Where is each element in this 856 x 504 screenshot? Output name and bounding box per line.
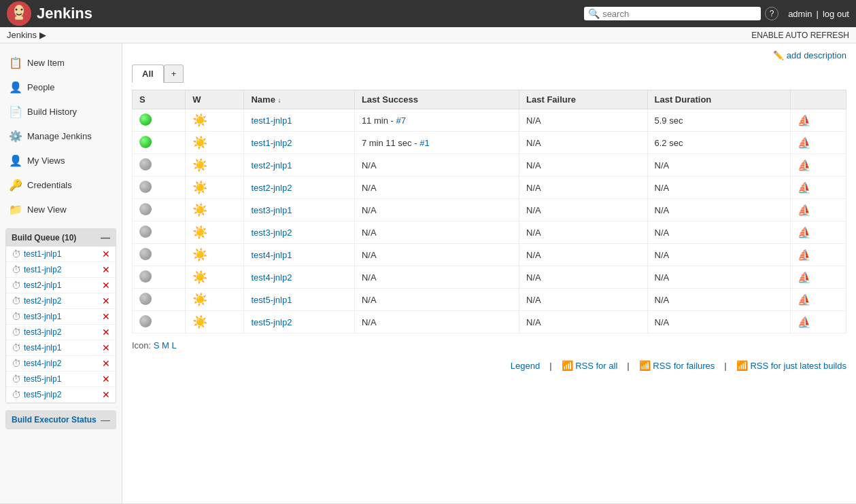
build-queue-header[interactable]: Build Queue (10) — [6,229,116,247]
sidebar-item-people[interactable]: 👤 People [0,75,122,99]
row-rss-icon[interactable]: ⛵ [798,137,811,149]
auto-refresh-link[interactable]: ENABLE AUTO REFRESH [751,31,849,40]
queue-item-link[interactable]: test5-jnlp1 [24,374,61,384]
row-rss-icon[interactable]: ⛵ [798,249,811,261]
cancel-queue-icon[interactable]: ✕ [102,311,110,322]
job-name-link[interactable]: test2-jnlp1 [251,160,292,170]
icon-size-m[interactable]: M [162,340,169,350]
icon-size-s[interactable]: S [154,340,160,350]
job-name-link[interactable]: test1-jnlp2 [251,138,292,148]
weather-cell: ☀️ [186,109,244,132]
job-name-link[interactable]: test5-jnlp1 [251,295,292,305]
queue-item-link[interactable]: test3-jnlp1 [24,312,61,321]
queue-item-link[interactable]: test4-jnlp2 [24,359,61,368]
status-indicator [139,113,152,126]
queue-item-left: ⏱ test3-jnlp2 [12,327,61,338]
queue-item-link[interactable]: test3-jnlp2 [24,327,61,337]
sidebar: 📋 New Item 👤 People 📄 Build History ⚙️ M… [0,43,122,503]
last-duration-cell: N/A [647,221,790,244]
cancel-queue-icon[interactable]: ✕ [102,389,110,400]
row-rss-icon[interactable]: ⛵ [798,115,811,126]
logo-link[interactable]: Jenkins [7,1,92,26]
collapse-queue-button[interactable]: — [101,232,110,243]
queue-item-link[interactable]: test4-jnlp1 [24,343,61,353]
tab-add[interactable]: + [164,65,184,83]
build-executor-title[interactable]: Build Executor Status [12,415,97,425]
cancel-queue-icon[interactable]: ✕ [102,264,110,275]
job-name-link[interactable]: test5-jnlp2 [251,317,292,327]
collapse-executor-button[interactable]: — [101,414,110,425]
search-icon: 🔍 [588,8,600,19]
col-last-success: Last Success [354,90,519,109]
col-name[interactable]: Name ↓ [244,90,354,109]
rss-cell: ⛵ [790,221,846,244]
cancel-queue-icon[interactable]: ✕ [102,295,110,306]
legend-link[interactable]: Legend [511,361,540,371]
job-name-link[interactable]: test3-jnlp2 [251,228,292,238]
col-last-failure: Last Failure [519,90,647,109]
job-name-link[interactable]: test3-jnlp1 [251,205,292,215]
logout-link[interactable]: log out [823,9,849,19]
queue-item-link[interactable]: test5-jnlp2 [24,390,61,399]
clock-icon: ⏱ [12,374,21,384]
row-rss-icon[interactable]: ⛵ [798,227,811,238]
success-build-link[interactable]: #7 [396,115,405,126]
queue-item-left: ⏱ test1-jnlp2 [12,264,61,275]
job-name-link[interactable]: test2-jnlp2 [251,183,292,193]
sidebar-item-new-item[interactable]: 📋 New Item [0,50,122,75]
tab-all[interactable]: All [132,65,164,83]
cancel-queue-icon[interactable]: ✕ [102,249,110,259]
queue-item-link[interactable]: test2-jnlp2 [24,296,61,306]
status-indicator [139,226,152,238]
sidebar-item-label: Credentials [27,180,72,190]
weather-icon: ☀️ [192,113,207,128]
job-name-link[interactable]: test4-jnlp1 [251,250,292,260]
people-icon: 👤 [8,79,23,94]
last-duration-cell: 6.2 sec [647,132,790,154]
sidebar-item-manage-jenkins[interactable]: ⚙️ Manage Jenkins [0,124,122,148]
breadcrumb-arrow: ▶ [39,30,46,40]
main-content: ✏️ add description All + S W Name ↓ Last… [122,43,856,503]
row-rss-icon[interactable]: ⛵ [798,160,811,171]
weather-icon: ☀️ [192,202,207,217]
last-failure-cell: N/A [519,244,647,266]
cancel-queue-icon[interactable]: ✕ [102,342,110,353]
row-rss-icon[interactable]: ⛵ [798,182,811,194]
row-rss-icon[interactable]: ⛵ [798,294,811,306]
queue-item-link[interactable]: test1-jnlp1 [24,249,61,259]
sidebar-item-my-views[interactable]: 👤 My Views [0,148,122,173]
rss-all-link[interactable]: 📶 RSS for all [562,360,618,371]
add-description-link[interactable]: ✏️ add description [773,50,846,60]
queue-item-link[interactable]: test2-jnlp1 [24,281,61,290]
cancel-queue-icon[interactable]: ✕ [102,280,110,291]
rss-latest-link[interactable]: 📶 RSS for just latest builds [736,360,846,371]
main-layout: 📋 New Item 👤 People 📄 Build History ⚙️ M… [0,43,856,503]
cancel-queue-icon[interactable]: ✕ [102,327,110,338]
job-name-link[interactable]: test4-jnlp2 [251,272,292,283]
jenkins-logo-icon [7,1,31,26]
header: Jenkins 🔍 ? admin | log out [0,0,856,27]
status-indicator [139,136,152,148]
rss-failures-link[interactable]: 📶 RSS for failures [639,360,715,371]
row-rss-icon[interactable]: ⛵ [798,317,811,328]
queue-item-link[interactable]: test1-jnlp2 [24,265,61,274]
job-name-link[interactable]: test1-jnlp1 [251,115,292,126]
table-row: ☀️ test5-jnlp2 N/A N/A N/A ⛵ [133,311,846,334]
help-button[interactable]: ? [765,7,778,20]
last-success-cell: N/A [354,266,519,289]
admin-link[interactable]: admin [788,9,812,19]
build-executor-header[interactable]: Build Executor Status — [6,411,116,429]
search-input[interactable] [602,9,757,19]
icon-size-l[interactable]: L [172,340,177,350]
last-failure-cell: N/A [519,221,647,244]
sidebar-item-new-view[interactable]: 📁 New View [0,197,122,221]
sidebar-item-credentials[interactable]: 🔑 Credentials [0,173,122,197]
row-rss-icon[interactable]: ⛵ [798,204,811,216]
row-rss-icon[interactable]: ⛵ [798,272,811,283]
sidebar-item-build-history[interactable]: 📄 Build History [0,99,122,124]
cancel-queue-icon[interactable]: ✕ [102,374,110,384]
jenkins-breadcrumb-link[interactable]: Jenkins [7,30,37,40]
cancel-queue-icon[interactable]: ✕ [102,358,110,369]
success-build-link[interactable]: #1 [420,138,429,148]
last-success-cell: N/A [354,199,519,221]
